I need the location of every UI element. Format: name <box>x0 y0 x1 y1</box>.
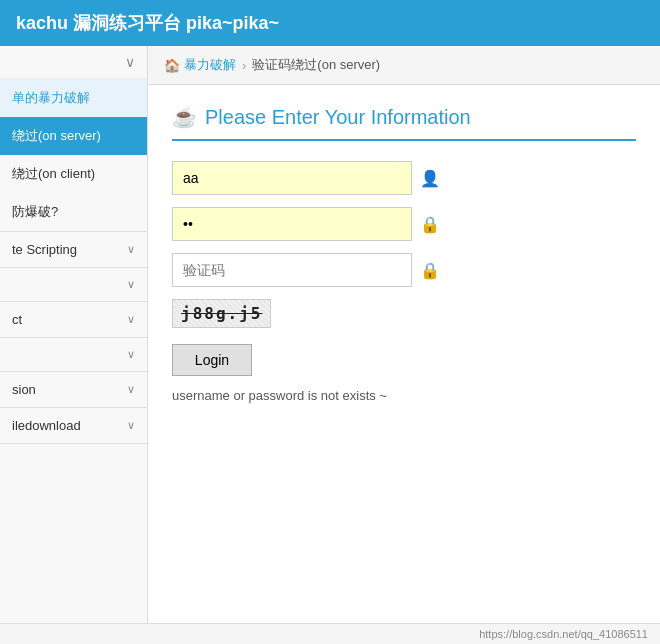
content-title: ☕ Please Enter Your Information <box>172 105 636 141</box>
coffee-icon: ☕ <box>172 105 197 129</box>
chevron-right-icon-5: ∨ <box>127 278 135 291</box>
sidebar-section-7: ∨ <box>0 338 147 372</box>
sidebar: ∨ 单的暴力破解 绕过(on server) 绕过(on client) 防爆破… <box>0 46 148 644</box>
sidebar-section-sion: sion ∨ <box>0 372 147 408</box>
lock-icon: 🔒 <box>420 215 440 234</box>
sidebar-item-label: 单的暴力破解 <box>12 89 90 107</box>
content-title-text: Please Enter Your Information <box>205 106 471 129</box>
sidebar-item-5[interactable]: ∨ <box>0 268 147 301</box>
sidebar-item-label: 防爆破? <box>12 203 58 221</box>
chevron-right-icon-ct: ∨ <box>127 313 135 326</box>
sidebar-section-brute: 单的暴力破解 绕过(on server) 绕过(on client) 防爆破? <box>0 79 147 232</box>
sidebar-item-simple-brute[interactable]: 单的暴力破解 <box>0 79 147 117</box>
sidebar-section-filedownload: iledownload ∨ <box>0 408 147 444</box>
sidebar-item-label: 绕过(on client) <box>12 165 95 183</box>
breadcrumb-separator: › <box>242 58 246 73</box>
sidebar-item-label: ct <box>12 312 22 327</box>
user-icon: 👤 <box>420 169 440 188</box>
password-input[interactable] <box>172 207 412 241</box>
main-content: 🏠 暴力破解 › 验证码绕过(on server) ☕ Please Enter… <box>148 46 660 644</box>
captcha-image[interactable]: j88g.j5 <box>172 299 271 328</box>
chevron-right-icon-7: ∨ <box>127 348 135 361</box>
sidebar-item-label: te Scripting <box>12 242 77 257</box>
sidebar-item-label: iledownload <box>12 418 81 433</box>
content-area: ☕ Please Enter Your Information 👤 🔒 🔒 j8… <box>148 85 660 423</box>
sidebar-item-scripting[interactable]: te Scripting ∨ <box>0 232 147 267</box>
sidebar-section-scripting: te Scripting ∨ <box>0 232 147 268</box>
sidebar-item-sion[interactable]: sion ∨ <box>0 372 147 407</box>
captcha-image-container[interactable]: j88g.j5 <box>172 299 636 328</box>
sidebar-item-7[interactable]: ∨ <box>0 338 147 371</box>
chevron-right-icon-sion: ∨ <box>127 383 135 396</box>
home-icon: 🏠 <box>164 58 180 73</box>
username-input[interactable] <box>172 161 412 195</box>
chevron-right-icon: ∨ <box>127 243 135 256</box>
breadcrumb: 🏠 暴力破解 › 验证码绕过(on server) <box>148 46 660 85</box>
chevron-right-icon-filedownload: ∨ <box>127 419 135 432</box>
status-bar: https://blog.csdn.net/qq_41086511 <box>0 623 660 644</box>
sidebar-section-5: ∨ <box>0 268 147 302</box>
status-url: https://blog.csdn.net/qq_41086511 <box>479 628 648 640</box>
captcha-lock-icon: 🔒 <box>420 261 440 280</box>
sidebar-section-ct: ct ∨ <box>0 302 147 338</box>
header: kachu 漏洞练习平台 pika~pika~ <box>0 0 660 46</box>
breadcrumb-home-label: 暴力破解 <box>184 56 236 74</box>
sidebar-item-bypass-client[interactable]: 绕过(on client) <box>0 155 147 193</box>
sidebar-item-label: 绕过(on server) <box>12 127 101 145</box>
sidebar-item-label: sion <box>12 382 36 397</box>
captcha-input[interactable] <box>172 253 412 287</box>
login-button[interactable]: Login <box>172 344 252 376</box>
password-group: 🔒 <box>172 207 636 241</box>
username-group: 👤 <box>172 161 636 195</box>
error-message: username or password is not exists ~ <box>172 388 636 403</box>
sidebar-item-filedownload[interactable]: iledownload ∨ <box>0 408 147 443</box>
header-title: kachu 漏洞练习平台 pika~pika~ <box>16 11 279 35</box>
chevron-down-icon: ∨ <box>125 54 135 70</box>
breadcrumb-current: 验证码绕过(on server) <box>252 56 380 74</box>
sidebar-collapse-btn[interactable]: ∨ <box>0 46 147 79</box>
sidebar-item-anti-brute[interactable]: 防爆破? <box>0 193 147 231</box>
sidebar-item-ct[interactable]: ct ∨ <box>0 302 147 337</box>
captcha-input-group: 🔒 <box>172 253 636 287</box>
sidebar-item-bypass-server[interactable]: 绕过(on server) <box>0 117 147 155</box>
breadcrumb-home[interactable]: 🏠 暴力破解 <box>164 56 236 74</box>
